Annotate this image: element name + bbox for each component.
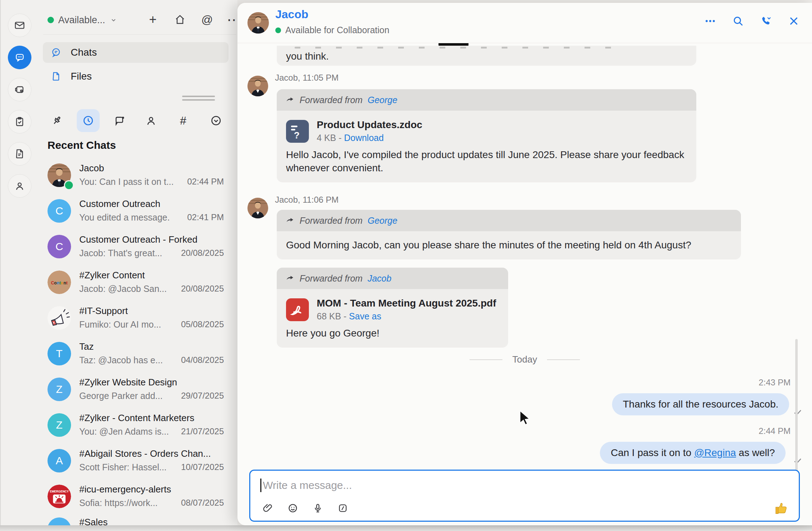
meetings-icon[interactable] [8, 78, 31, 101]
message-meta: Jacob, 11:05 PM [275, 73, 339, 83]
chat-name: Customer Outreach - Forked [79, 234, 197, 245]
separator: - [336, 133, 344, 143]
contacts-icon[interactable] [8, 174, 31, 198]
sidebar-item-files[interactable]: Files [43, 66, 229, 87]
forwarded-label: Forwarded from [300, 216, 362, 226]
message-composer[interactable]: Write a message... [249, 470, 800, 522]
chats-icon[interactable] [8, 46, 31, 69]
avatar: T [47, 342, 71, 365]
avatar[interactable] [247, 12, 269, 34]
notes-icon[interactable] [8, 142, 31, 166]
chat-list-panel: Available... + @ ⋯ Chats Files [37, 0, 237, 525]
message-text: Good Morning Jacob, can you please share… [286, 238, 732, 252]
forwarded-header: Forwarded from Jacob [277, 268, 508, 289]
list-item[interactable]: Content #Zylker Content Jacob: @Jacob Sa… [37, 265, 237, 301]
message-text: Hello Jacob, I've compiled the product u… [286, 148, 687, 175]
list-item[interactable]: C Customer Outreach You edited a message… [37, 194, 237, 229]
mention-link[interactable]: @Regina [694, 447, 736, 458]
format-button[interactable] [336, 501, 350, 515]
chat-name: Taz [79, 341, 94, 352]
file-attachment[interactable]: MOM - Team Meeting August 2025.pdf 68 KB… [286, 298, 499, 322]
forwarded-from-user[interactable]: George [367, 95, 397, 105]
home-button[interactable] [172, 11, 188, 28]
attach-button[interactable] [261, 501, 275, 515]
section-title: Recent Chats [47, 139, 116, 151]
more-filters[interactable] [205, 109, 227, 132]
list-item[interactable]: #IT-Support Fumiko: Our AI mo... 05/08/2… [37, 301, 237, 337]
avatar-letter: T [56, 348, 62, 360]
forwarded-from-user[interactable]: George [367, 216, 397, 226]
format-slash-icon [337, 503, 348, 514]
scrollbar[interactable] [795, 339, 798, 478]
avatar-letter: Z [56, 419, 62, 431]
list-item[interactable]: S #Sales [37, 512, 237, 525]
panel-actions: + @ ⋯ [145, 11, 237, 29]
conversation-panel: Jacob Available for Collaboration [237, 3, 812, 525]
more-actions-button[interactable] [703, 14, 718, 29]
chat-preview: Scott Fisher: Hassel... [79, 462, 167, 472]
pinned-filter[interactable] [45, 109, 68, 132]
chat-preview: George Parker add... [79, 391, 162, 401]
avatar: C [47, 199, 71, 223]
zdoc-file-icon: ? [286, 120, 309, 143]
search-button[interactable] [731, 14, 746, 29]
file-attachment[interactable]: ? Product Updates.zdoc 4 KB - Download [286, 119, 687, 143]
channels-filter[interactable]: # [172, 109, 195, 132]
new-chat-button[interactable]: + [145, 11, 161, 28]
app-window: Available... + @ ⋯ Chats Files [0, 0, 812, 531]
more-button[interactable]: ⋯ [226, 11, 237, 28]
chat-preview: Jacob: That's great... [79, 248, 162, 258]
chat-time: 20/08/2025 [181, 284, 224, 294]
list-item[interactable]: Jacob You: Can I pass it on t... 02:44 P… [37, 158, 237, 194]
unread-filter[interactable] [108, 109, 131, 132]
status-text: Available for Collaboration [285, 25, 389, 35]
close-icon [788, 15, 800, 27]
avatar: Z [47, 378, 71, 401]
direct-messages-filter[interactable] [140, 109, 162, 132]
list-item[interactable]: EMERGENCY #icu-emergency-alerts Sofia: h… [37, 479, 237, 515]
window-bottom-edge [0, 525, 812, 531]
message-input[interactable]: Write a message... [260, 479, 352, 492]
online-dot [64, 180, 74, 190]
message-text: as well? [736, 447, 775, 458]
sidebar-item-chats[interactable]: Chats [43, 42, 229, 63]
chat-time: 29/07/2025 [181, 391, 224, 401]
home-icon [174, 14, 186, 25]
close-button[interactable] [786, 14, 801, 29]
chat-name: #icu-emergency-alerts [79, 484, 171, 495]
voice-message-button[interactable] [311, 501, 325, 515]
input-placeholder: Write a message... [263, 479, 352, 491]
recent-filter[interactable] [77, 109, 100, 132]
svg-text:?: ? [294, 130, 300, 141]
save-as-link[interactable]: Save as [349, 311, 381, 321]
pdf-file-icon [286, 298, 309, 321]
file-name: Product Updates.zdoc [317, 119, 422, 131]
list-item[interactable]: T Taz Taz: @Jacob has e... 04/08/2025 [37, 337, 237, 372]
list-item[interactable]: C Customer Outreach - Forked Jacob: That… [37, 229, 237, 265]
page-title[interactable]: Jacob [275, 8, 308, 21]
call-button[interactable] [758, 14, 773, 29]
chat-name: #Abigail Stores - Orders Chan... [79, 448, 211, 459]
phone-icon [760, 15, 772, 27]
chat-time: 10/07/2025 [181, 462, 224, 472]
forwarded-from-user[interactable]: Jacob [367, 273, 391, 284]
chat-time: 05/08/2025 [181, 319, 224, 329]
download-link[interactable]: Download [344, 133, 384, 143]
status-label: Available... [58, 15, 105, 26]
mentions-button[interactable]: @ [199, 11, 215, 28]
status-selector[interactable]: Available... [47, 12, 117, 28]
unread-chat-icon [114, 115, 126, 127]
thumbs-up-button[interactable] [773, 500, 790, 516]
mail-icon[interactable] [8, 14, 31, 37]
list-item[interactable]: Z #Zylker Website Design George Parker a… [37, 372, 237, 408]
chat-name: #Zylker Website Design [79, 377, 177, 388]
cut-text-fragment [295, 47, 616, 49]
message-bubble-outgoing: Thanks for all the resources Jacob. [612, 393, 789, 415]
list-item[interactable]: Z #Zylker - Content Marketers You: @Jen … [37, 408, 237, 444]
tasks-icon[interactable] [8, 110, 31, 133]
emoji-button[interactable] [286, 501, 300, 515]
panel-resize-handle[interactable] [182, 96, 215, 103]
divider [43, 34, 236, 35]
list-item[interactable]: A #Abigail Stores - Orders Chan... Scott… [37, 444, 237, 479]
message-bubble-partial: you think. [277, 46, 696, 66]
